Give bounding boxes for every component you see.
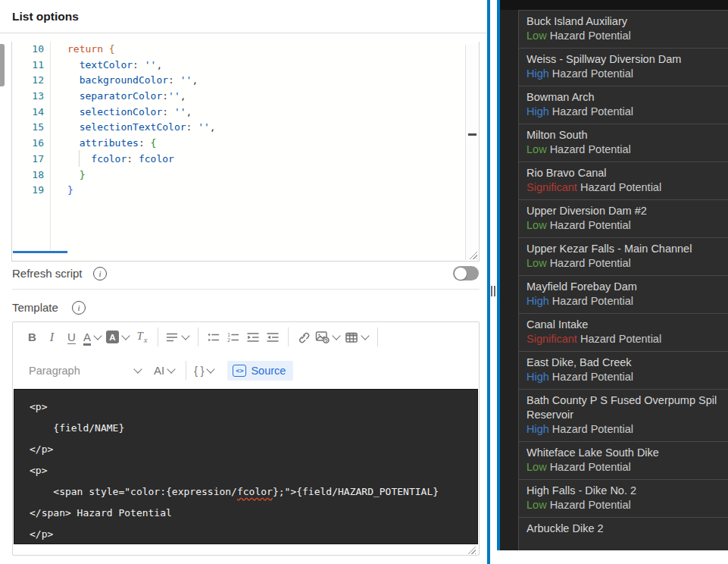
toolbar-separator <box>186 361 186 380</box>
editor-scrollbar-track[interactable] <box>465 45 479 260</box>
list-item[interactable]: Milton SouthLow Hazard Potential <box>519 124 728 161</box>
bold-button[interactable]: B <box>23 327 42 347</box>
source-token: };">{field/HAZARD_POTENTIAL} <box>273 486 439 497</box>
list-item[interactable]: Rio Bravo CanalSignificant Hazard Potent… <box>519 161 728 199</box>
table-icon <box>345 331 358 344</box>
page-scrollbar-thumb[interactable] <box>0 44 5 86</box>
code-token: selectionColor <box>80 106 163 118</box>
hazard-level: High <box>526 295 549 307</box>
code-token: : <box>186 121 198 133</box>
code-line: fcolor: fcolor <box>67 152 464 168</box>
code-content[interactable]: return { textColor: '', backgroundColor:… <box>67 42 464 199</box>
code-token: attributes <box>80 137 139 149</box>
paragraph-style-dropdown[interactable]: Paragraph <box>29 365 142 377</box>
code-token: : <box>139 137 151 149</box>
panel-splitter[interactable] <box>490 0 497 564</box>
highlight-button[interactable]: A <box>105 327 132 347</box>
list-item[interactable]: Buck Island AuxiliaryLow Hazard Potentia… <box>519 10 728 48</box>
arcade-code-editor[interactable]: 10111213141516171819 return { textColor:… <box>11 42 480 262</box>
section-divider <box>12 289 480 290</box>
insert-field-dropdown[interactable]: { } <box>194 365 215 377</box>
line-number: 10 <box>12 42 44 58</box>
refresh-script-toggle[interactable] <box>453 266 479 280</box>
template-info-icon[interactable]: i <box>72 301 86 315</box>
numbered-list-button[interactable]: 1 2 <box>223 327 242 347</box>
html-source-textarea[interactable]: <p> {field/NAME}</p><p> <span style="col… <box>14 389 478 544</box>
hazard-line: Significant Hazard Potential <box>526 180 723 195</box>
hazard-suffix: Hazard Potential <box>549 67 633 80</box>
highlight-icon: A <box>106 331 119 343</box>
code-token: { <box>151 137 157 149</box>
feature-list-topbar <box>500 0 728 10</box>
source-token: <p> <box>30 401 47 412</box>
code-line: } <box>67 168 464 183</box>
insert-image-button[interactable] <box>314 327 342 347</box>
chevron-down-icon <box>93 331 102 340</box>
chevron-down-icon <box>167 365 176 373</box>
source-line: <p> <box>30 396 477 418</box>
template-bottom-strip <box>14 544 478 555</box>
insert-table-button[interactable] <box>343 327 371 347</box>
chevron-down-icon <box>181 331 189 340</box>
splitter-grip-icon[interactable] <box>491 286 495 296</box>
list-item[interactable]: Mayfield Forebay DamHigh Hazard Potentia… <box>519 275 728 313</box>
editor-hscrollbar-thumb[interactable] <box>13 251 67 253</box>
list-item[interactable]: Bath County P S Fused Overpump Spil Rese… <box>519 389 728 441</box>
font-color-button[interactable]: A <box>82 327 104 347</box>
source-code-icon: <> <box>233 365 246 377</box>
list-item[interactable]: Upper Kezar Falls - Main ChannelLow Haza… <box>519 237 728 275</box>
chevron-down-icon <box>207 365 215 373</box>
code-line: textColor: '', <box>67 58 464 74</box>
italic-button[interactable]: I <box>42 327 61 347</box>
image-icon <box>315 330 330 344</box>
list-item[interactable]: Bowman ArchHigh Hazard Potential <box>519 86 728 124</box>
code-token: , <box>180 90 186 102</box>
bulleted-list-icon <box>207 331 220 344</box>
chevron-down-icon <box>332 331 340 340</box>
hazard-line: High Hazard Potential <box>526 370 723 384</box>
template-resize-handle[interactable] <box>466 544 476 554</box>
code-token: '' <box>145 59 157 70</box>
page-title: List options <box>12 10 79 24</box>
template-label: Template <box>12 301 58 314</box>
list-item[interactable]: Canal IntakeSignificant Hazard Potential <box>519 313 728 351</box>
code-token: '' <box>168 90 180 102</box>
alignment-button[interactable] <box>164 327 192 347</box>
feature-name: Upper Diversion Dam #2 <box>526 204 723 218</box>
code-token: : <box>133 59 145 70</box>
source-toggle-button[interactable]: <> Source <box>227 361 293 381</box>
remove-format-button[interactable]: Tx <box>133 327 152 347</box>
line-number-gutter: 10111213141516171819 <box>12 42 44 199</box>
bulleted-list-button[interactable] <box>204 327 223 347</box>
feature-name: Rio Bravo Canal <box>526 166 723 180</box>
outdent-button[interactable] <box>263 327 282 347</box>
refresh-info-icon[interactable]: i <box>93 267 107 280</box>
code-token <box>67 74 80 86</box>
feature-name: High Falls - Dike No. 2 <box>526 484 723 498</box>
hazard-suffix: Hazard Potential <box>547 143 631 155</box>
list-item[interactable]: Arbuckle Dike 2 <box>519 517 728 540</box>
underline-button[interactable]: U <box>62 327 81 347</box>
indent-button[interactable] <box>243 327 262 347</box>
ai-dropdown[interactable]: AI <box>154 364 176 377</box>
list-item[interactable]: High Falls - Dike No. 2Low Hazard Potent… <box>519 479 728 517</box>
link-button[interactable] <box>294 327 313 347</box>
indent-guide <box>79 150 80 167</box>
list-item[interactable]: East Dike, Bad CreekHigh Hazard Potentia… <box>519 351 728 389</box>
code-line: backgroundColor: '', <box>67 73 464 89</box>
list-item[interactable]: Upper Diversion Dam #2Low Hazard Potenti… <box>519 199 728 237</box>
code-token: '' <box>180 74 192 86</box>
list-item[interactable]: Weiss - Spillway Diversion DamHigh Hazar… <box>519 48 728 86</box>
list-item[interactable]: Whiteface Lake South DikeLow Hazard Pote… <box>519 441 728 479</box>
hazard-line: Low Hazard Potential <box>526 498 723 512</box>
chevron-down-icon <box>121 331 130 340</box>
ai-label: AI <box>154 364 164 377</box>
source-line: </span> Hazard Potential <box>30 503 477 524</box>
editor-scrollbar-thumb[interactable] <box>468 133 476 136</box>
code-token: : <box>127 153 139 164</box>
hazard-line: High Hazard Potential <box>526 422 723 437</box>
line-number: 18 <box>12 168 44 183</box>
hazard-level: Low <box>526 499 547 511</box>
code-token: : <box>162 106 174 118</box>
source-token: </p> <box>30 443 53 455</box>
